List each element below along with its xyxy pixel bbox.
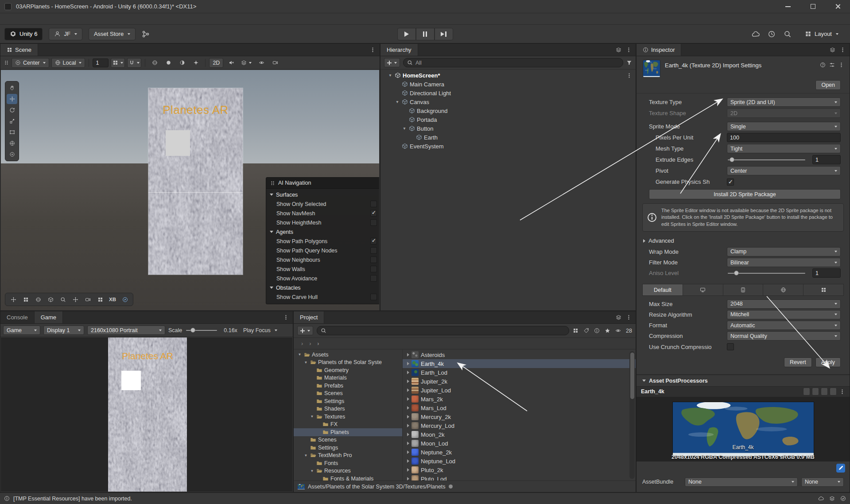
overlay-camera-button[interactable]: [82, 294, 93, 305]
foldout-icon[interactable]: ▼: [310, 415, 314, 419]
layout-dropdown[interactable]: Layout: [800, 28, 844, 40]
advanced-foldout[interactable]: Advanced: [637, 235, 850, 246]
checkbox[interactable]: [370, 256, 377, 263]
hierarchy-item[interactable]: EventSystem: [380, 142, 636, 151]
checkbox[interactable]: [370, 266, 377, 272]
max-size-dropdown[interactable]: 2048: [727, 299, 841, 309]
overlay-move-button[interactable]: [8, 294, 19, 305]
ai-nav-row[interactable]: Show Carve Hull: [270, 292, 377, 302]
ai-nav-row[interactable]: Show Path Query Nodes: [270, 246, 377, 255]
folder-tree-item[interactable]: Fonts: [294, 459, 402, 467]
checkbox[interactable]: [370, 238, 377, 244]
import-package-icon[interactable]: [573, 328, 578, 333]
help-icon[interactable]: [820, 62, 826, 68]
asset-list-item[interactable]: Asteroids: [403, 350, 636, 359]
unity-version-button[interactable]: Unity 6: [4, 28, 43, 40]
extrude-edges-slider[interactable]: [728, 159, 805, 160]
asset-list-item[interactable]: Mars_2k: [403, 395, 636, 403]
scene-viewport[interactable]: Planetes AR: [1, 70, 379, 310]
menu-item[interactable]: [61, 13, 71, 24]
grid-size-field[interactable]: [93, 58, 109, 67]
overlay-gizmo-button[interactable]: [70, 294, 81, 305]
tab-scene[interactable]: Scene: [0, 44, 38, 56]
close-button[interactable]: [825, 0, 850, 13]
texture-type-dropdown[interactable]: Sprite (2D and UI): [727, 97, 841, 107]
kebab-menu-icon[interactable]: [626, 73, 632, 78]
format-dropdown[interactable]: Automatic: [727, 321, 841, 330]
ai-nav-row[interactable]: Show Walls: [270, 264, 377, 274]
asset-list-item[interactable]: Mars_Lod: [403, 403, 636, 412]
project-add-button[interactable]: [297, 326, 313, 335]
display-dropdown[interactable]: Display 1: [43, 326, 84, 335]
kebab-menu-icon[interactable]: [839, 389, 845, 395]
scale-slider[interactable]: [186, 330, 217, 331]
view-hand-tool[interactable]: [7, 83, 17, 93]
overlay-xb-button[interactable]: XB: [107, 294, 118, 305]
folder-tree-item[interactable]: Planets: [294, 428, 402, 436]
aniso-level-slider[interactable]: [728, 273, 805, 274]
edit-texture-button[interactable]: [836, 464, 845, 473]
mode-2d-button[interactable]: 2D: [209, 58, 223, 68]
hierarchy-item[interactable]: ▼ HomeScreen*: [380, 71, 636, 80]
folder-tree-item[interactable]: Settings: [294, 397, 402, 405]
aniso-level-field[interactable]: [812, 268, 841, 278]
overlay-navmesh-button[interactable]: [32, 294, 44, 305]
platform-tab-web[interactable]: [763, 284, 803, 295]
folder-tree-item[interactable]: Materials: [294, 374, 402, 382]
step-button[interactable]: [435, 28, 453, 40]
platform-tab-standalone[interactable]: [683, 284, 723, 295]
hierarchy-item[interactable]: Directional Light: [380, 89, 636, 97]
drag-handle-icon[interactable]: [4, 60, 9, 66]
game-viewport[interactable]: Planetes AR: [1, 337, 292, 492]
foldout-icon[interactable]: [407, 424, 409, 427]
generate-physics-checkbox[interactable]: [727, 178, 734, 186]
folder-tree-item[interactable]: Prefabs: [294, 382, 402, 390]
asset-store-dropdown[interactable]: Asset Store: [89, 28, 136, 40]
foldout-icon[interactable]: ▼: [303, 454, 308, 457]
search-filter-icon[interactable]: [626, 60, 632, 66]
pause-button[interactable]: [416, 28, 435, 40]
scene-camera-settings-button[interactable]: [269, 58, 281, 68]
foldout-icon[interactable]: [407, 442, 409, 445]
rect-tool[interactable]: [7, 127, 17, 137]
asset-list-item[interactable]: Mercury_2k: [403, 412, 636, 421]
extrude-edges-field[interactable]: [812, 155, 841, 164]
checkbox[interactable]: [370, 294, 377, 300]
foldout-icon[interactable]: ▼: [388, 73, 393, 78]
asset-list-item[interactable]: Earth_Lod: [403, 368, 636, 377]
foldout-icon[interactable]: [407, 406, 409, 410]
slider-knob[interactable]: [730, 157, 734, 162]
foldout-icon[interactable]: [407, 371, 409, 374]
hierarchy-search-input[interactable]: All: [403, 58, 623, 67]
scene-visibility-button[interactable]: [256, 58, 267, 68]
checkbox[interactable]: [370, 201, 377, 207]
wrap-mode-dropdown[interactable]: Clamp: [727, 247, 841, 256]
folder-tree-item[interactable]: Shaders: [294, 405, 402, 413]
hierarchy-item[interactable]: ▼ Canvas: [380, 97, 636, 106]
slider-knob[interactable]: [734, 271, 739, 275]
maximize-button[interactable]: [800, 0, 825, 13]
ai-nav-row[interactable]: Surfaces: [270, 190, 377, 199]
folder-tree-item[interactable]: Geometry: [294, 366, 402, 374]
kebab-menu-icon[interactable]: [840, 47, 846, 53]
grid-snap-dropdown[interactable]: [111, 58, 125, 68]
ai-nav-row[interactable]: Show Path Polygons: [270, 236, 377, 246]
check-status-icon[interactable]: [840, 496, 846, 501]
compression-dropdown[interactable]: Normal Quality: [727, 331, 841, 341]
info-filter-icon[interactable]: [594, 328, 600, 333]
foldout-icon[interactable]: [407, 388, 409, 392]
audio-toggle-button[interactable]: [176, 58, 188, 68]
label-tag-icon[interactable]: [583, 328, 589, 333]
hierarchy-item[interactable]: Portada: [380, 115, 636, 124]
layers-icon[interactable]: [616, 47, 621, 53]
revert-button[interactable]: Revert: [784, 357, 812, 367]
minimize-button[interactable]: [776, 0, 800, 13]
snap-magnet-dropdown[interactable]: [127, 58, 141, 68]
scene-object-portada[interactable]: Planetes AR: [148, 88, 243, 275]
folder-tree-item[interactable]: Settings: [294, 444, 402, 452]
foldout-icon[interactable]: [407, 459, 409, 463]
effects-toggle-button[interactable]: [190, 58, 202, 68]
resize-algorithm-dropdown[interactable]: Mitchell: [727, 310, 841, 319]
kebab-menu-icon[interactable]: [370, 47, 376, 53]
cloud-status-icon[interactable]: [818, 496, 824, 501]
